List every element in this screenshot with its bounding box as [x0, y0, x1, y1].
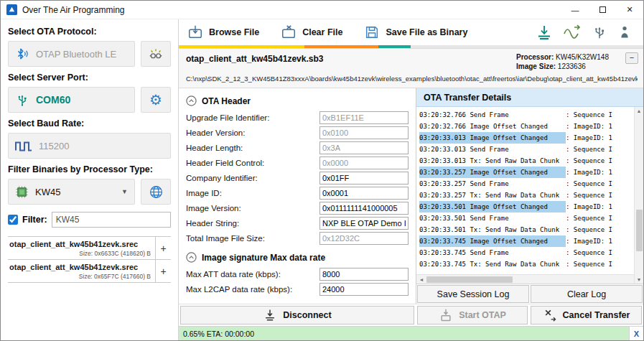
log-row[interactable]: 03:20:33.013 Image Offset Changed : Imag…: [419, 132, 634, 144]
vertical-scroll-thumb[interactable]: [636, 210, 643, 251]
close-button[interactable]: ✕: [616, 1, 643, 19]
disconnect-icon: [263, 308, 277, 322]
progress-status: 0.65% ETA: 00:00:00: [179, 327, 629, 340]
filter-input[interactable]: [52, 212, 171, 228]
binary-file-list: otap_client_att_kw45b41zevk.srec Size: 0…: [8, 236, 171, 283]
globe-icon: [149, 184, 164, 200]
log-row[interactable]: 03:20:32.766 Send Frame : Sequence I: [419, 109, 634, 121]
log-row[interactable]: 03:20:33.257 Tx: Send Raw Data Chunk : S…: [419, 190, 634, 201]
usb-device-icon[interactable]: [592, 24, 607, 40]
flash-program-icon[interactable]: [536, 24, 553, 41]
file-meta: otap_client_att_kw45b41zevk.srec Size: 0…: [8, 237, 155, 259]
log-row[interactable]: 03:20:33.745 Send Frame : Sequence I: [419, 247, 634, 258]
file-path: C:\nxp\SDK_2_12_3_KW45B41Z83xxxA\boards\…: [186, 75, 638, 83]
log-row[interactable]: 03:20:33.501 Tx: Send Raw Data Chunk : S…: [419, 224, 634, 235]
save-binary-icon: [364, 24, 380, 40]
field-row: Image Version:: [186, 202, 409, 215]
log-row[interactable]: 03:20:33.501 Image Offset Changed : Imag…: [419, 201, 634, 212]
cancel-transfer-icon: [543, 308, 557, 322]
disconnect-button[interactable]: Disconnect: [180, 306, 414, 324]
transfer-log[interactable]: 03:20:32.766 Send Frame : Sequence I 03:…: [416, 107, 634, 274]
field-input[interactable]: [319, 141, 409, 154]
scroll-left-icon[interactable]: ◄: [416, 277, 426, 282]
bottom-actions: Disconnect Start OTAP: [179, 304, 643, 326]
log-detail: : ImageID: 1: [566, 235, 612, 247]
log-detail: : Sequence I: [566, 247, 612, 258]
field-row: Image ID:: [186, 187, 409, 200]
gear-icon: ⚙: [149, 93, 162, 107]
binary-file-item[interactable]: otap_client_att_kw45b41zevk.srec Size: 0…: [8, 236, 171, 260]
log-detail: : Sequence I: [566, 224, 612, 235]
field-input[interactable]: [319, 283, 409, 296]
toolbar-right-icons: [536, 24, 635, 41]
add-file-button[interactable]: +: [155, 237, 171, 259]
filter-label: Filter:: [22, 215, 47, 225]
port-settings-button[interactable]: ⚙: [141, 87, 171, 113]
port-button[interactable]: COM60: [8, 87, 135, 113]
window-title: Over The Air Programming: [22, 5, 125, 15]
scroll-down-icon[interactable]: ▼: [635, 277, 643, 282]
save-session-log-button[interactable]: Save Session Log: [417, 285, 529, 303]
filter-checkbox[interactable]: [8, 215, 18, 225]
log-detail: : Sequence I: [566, 178, 612, 190]
horizontal-scroll-thumb[interactable]: [426, 276, 513, 283]
log-message: 03:20:33.501 Tx: Send Raw Data Chunk: [419, 224, 566, 235]
loaded-file-name: otap_client_att_kw45b41zevk.sb3: [186, 54, 323, 64]
data-rate-icon[interactable]: [563, 24, 582, 41]
signature-section-toggle[interactable]: Image signature Max data rate: [186, 252, 409, 263]
protocol-value: OTAP Bluetooth LE: [36, 49, 116, 60]
start-otap-button[interactable]: Start OTAP: [417, 306, 528, 324]
browse-file-button[interactable]: Browse File: [187, 24, 259, 40]
binary-file-item[interactable]: otap_client_att_kw45b41zevk.srec Size: 0…: [8, 260, 171, 283]
minimize-button[interactable]: —: [561, 1, 589, 19]
info-person-icon[interactable]: [617, 24, 632, 40]
clear-file-button[interactable]: Clear File: [281, 24, 342, 40]
field-input[interactable]: [319, 172, 409, 184]
log-row[interactable]: 03:20:33.745 Tx: Send Raw Data Chunk : S…: [419, 258, 634, 270]
clear-file-icon: [281, 24, 297, 40]
log-row[interactable]: 03:20:33.501 Send Frame : Sequence I: [419, 212, 634, 224]
clear-log-button[interactable]: Clear Log: [531, 285, 643, 303]
protocol-button[interactable]: OTAP Bluetooth LE: [8, 41, 135, 67]
globe-button[interactable]: [141, 179, 171, 205]
log-row[interactable]: 03:20:33.257 Send Frame : Sequence I: [419, 178, 634, 190]
field-input[interactable]: [319, 111, 409, 124]
status-close-button[interactable]: X: [629, 327, 643, 340]
scroll-up-icon[interactable]: ▲: [635, 108, 643, 113]
log-horizontal-scrollbar[interactable]: ◄: [416, 274, 634, 284]
collapse-file-info-button[interactable]: −: [625, 52, 638, 64]
field-input[interactable]: [319, 232, 409, 245]
field-input[interactable]: [319, 202, 409, 215]
field-input[interactable]: [319, 157, 409, 169]
log-row[interactable]: 03:20:33.257 Image Offset Changed : Imag…: [419, 167, 634, 178]
field-row: Max ATT data rate (kbps):: [186, 268, 409, 281]
signature-fields: Max ATT data rate (kbps): Max L2CAP data…: [186, 268, 409, 296]
add-file-button[interactable]: +: [155, 260, 171, 282]
tips-button[interactable]: [141, 41, 171, 67]
field-label: Max ATT data rate (kbps):: [186, 270, 281, 279]
field-input[interactable]: [319, 217, 409, 230]
save-binary-button[interactable]: Save File as Binary: [364, 24, 467, 40]
field-input[interactable]: [319, 187, 409, 200]
log-row[interactable]: 03:20:32.766 Image Offset Changed : Imag…: [419, 121, 634, 132]
collapse-chevron-icon: [186, 95, 197, 106]
field-label: Header Field Control:: [186, 159, 264, 167]
signature-title: Image signature Max data rate: [202, 253, 325, 263]
processor-dropdown[interactable]: KW45 ▼: [8, 179, 135, 205]
field-input[interactable]: [319, 268, 409, 281]
file-size: Size: 0x65F7C (417660) B: [9, 273, 152, 280]
log-detail: : ImageID: 1: [566, 132, 612, 144]
log-detail: : Sequence I: [566, 212, 612, 224]
log-row[interactable]: 03:20:33.013 Send Frame : Sequence I: [419, 144, 634, 155]
log-row[interactable]: 03:20:33.013 Tx: Send Raw Data Chunk : S…: [419, 155, 634, 167]
browse-file-icon: [187, 24, 203, 40]
cancel-transfer-button[interactable]: Cancel Transfer: [531, 306, 642, 324]
maximize-button[interactable]: [589, 1, 616, 19]
log-vertical-scrollbar[interactable]: ▲ ▼: [634, 107, 643, 284]
title-bar[interactable]: Over The Air Programming — ✕: [1, 1, 643, 19]
baud-button[interactable]: 115200: [8, 133, 171, 159]
ota-header-section-toggle[interactable]: OTA Header: [186, 95, 409, 106]
log-message: 03:20:33.013 Tx: Send Raw Data Chunk: [419, 155, 566, 167]
field-input[interactable]: [319, 126, 409, 139]
log-row[interactable]: 03:20:33.745 Image Offset Changed : Imag…: [419, 235, 634, 247]
